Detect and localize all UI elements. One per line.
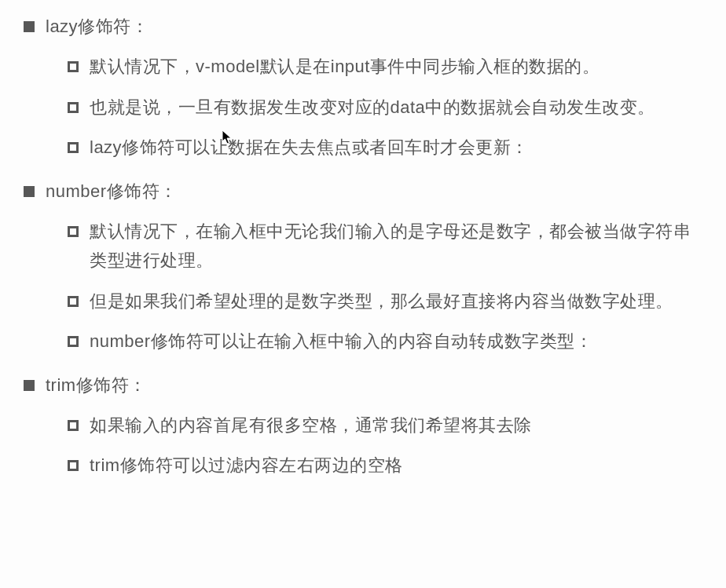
bullet-hollow-icon	[68, 296, 79, 307]
list-item: 如果输入的内容首尾有很多空格，通常我们希望将其去除	[68, 411, 702, 440]
list-item-text: 但是如果我们希望处理的是数字类型，那么最好直接将内容当做数字处理。	[90, 287, 702, 316]
bullet-filled-icon	[24, 21, 35, 32]
sub-list: 默认情况下，在输入框中无论我们输入的是字母还是数字，都会被当做字符串类型进行处理…	[68, 217, 702, 356]
list-item-text: number修饰符可以让在输入框中输入的内容自动转成数字类型：	[90, 327, 702, 356]
bullet-hollow-icon	[68, 102, 79, 113]
heading-row: trim修饰符：	[24, 371, 702, 400]
bullet-hollow-icon	[68, 61, 79, 72]
sub-list: 如果输入的内容首尾有很多空格，通常我们希望将其去除 trim修饰符可以过滤内容左…	[68, 411, 702, 480]
list-item: 默认情况下，v-model默认是在input事件中同步输入框的数据的。	[68, 52, 702, 81]
list-item-text: trim修饰符可以过滤内容左右两边的空格	[90, 451, 702, 480]
list-item: lazy修饰符可以让数据在失去焦点或者回车时才会更新：	[68, 133, 702, 162]
list-item-text: 默认情况下，在输入框中无论我们输入的是字母还是数字，都会被当做字符串类型进行处理…	[90, 217, 702, 276]
bullet-hollow-icon	[68, 226, 79, 237]
heading-text: number修饰符：	[46, 177, 178, 206]
section-trim: trim修饰符： 如果输入的内容首尾有很多空格，通常我们希望将其去除 trim修…	[24, 371, 702, 480]
bullet-hollow-icon	[68, 142, 79, 153]
bullet-hollow-icon	[68, 460, 79, 471]
list-item-text: 如果输入的内容首尾有很多空格，通常我们希望将其去除	[90, 411, 702, 440]
list-item: trim修饰符可以过滤内容左右两边的空格	[68, 451, 702, 480]
section-number: number修饰符： 默认情况下，在输入框中无论我们输入的是字母还是数字，都会被…	[24, 177, 702, 356]
heading-text: lazy修饰符：	[46, 12, 148, 41]
list-item-text: 也就是说，一旦有数据发生改变对应的data中的数据就会自动发生改变。	[90, 93, 702, 122]
list-item: number修饰符可以让在输入框中输入的内容自动转成数字类型：	[68, 327, 702, 356]
heading-row: number修饰符：	[24, 177, 702, 206]
section-lazy: lazy修饰符： 默认情况下，v-model默认是在input事件中同步输入框的…	[24, 12, 702, 163]
bullet-hollow-icon	[68, 336, 79, 347]
list-item: 但是如果我们希望处理的是数字类型，那么最好直接将内容当做数字处理。	[68, 287, 702, 316]
sub-list: 默认情况下，v-model默认是在input事件中同步输入框的数据的。 也就是说…	[68, 52, 702, 162]
list-item-text: lazy修饰符可以让数据在失去焦点或者回车时才会更新：	[90, 133, 702, 162]
bullet-hollow-icon	[68, 420, 79, 431]
bullet-filled-icon	[24, 380, 35, 391]
list-item: 默认情况下，在输入框中无论我们输入的是字母还是数字，都会被当做字符串类型进行处理…	[68, 217, 702, 276]
heading-text: trim修饰符：	[46, 371, 147, 400]
heading-row: lazy修饰符：	[24, 12, 702, 41]
list-item: 也就是说，一旦有数据发生改变对应的data中的数据就会自动发生改变。	[68, 93, 702, 122]
list-item-text: 默认情况下，v-model默认是在input事件中同步输入框的数据的。	[90, 52, 702, 81]
bullet-filled-icon	[24, 186, 35, 197]
